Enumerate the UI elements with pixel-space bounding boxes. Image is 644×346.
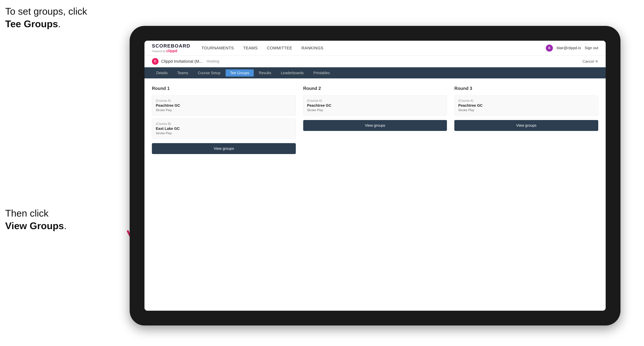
instruction-top: To set groups, click Tee Groups. bbox=[5, 5, 87, 30]
nav-tournaments[interactable]: TOURNAMENTS bbox=[202, 46, 234, 50]
round-1-course-a-card: (Course A) Peachtree GC Stroke Play bbox=[152, 95, 296, 116]
instruction-bottom: Then click View Groups. bbox=[5, 207, 66, 232]
round-1-column: Round 1 (Course A) Peachtree GC Stroke P… bbox=[152, 86, 296, 154]
round-1-course-b-name: East Lake GC bbox=[156, 127, 292, 131]
instruction-bottom-suffix: . bbox=[64, 220, 66, 231]
tab-results[interactable]: Results bbox=[254, 69, 276, 77]
tab-course-setup[interactable]: Course Setup bbox=[193, 69, 225, 77]
tab-teams[interactable]: Teams bbox=[173, 69, 193, 77]
clippd-icon: C bbox=[152, 58, 158, 65]
instruction-top-line1: To set groups, click bbox=[5, 6, 87, 17]
nav-bar: SCOREBOARD Powered by clippd TOURNAMENTS… bbox=[144, 41, 606, 55]
round-1-course-b-card: (Course B) East Lake GC Stroke Play bbox=[152, 119, 296, 139]
tablet-screen: SCOREBOARD Powered by clippd TOURNAMENTS… bbox=[144, 41, 606, 311]
tab-tee-groups[interactable]: Tee Groups bbox=[226, 69, 254, 77]
logo-clippd: clippd bbox=[166, 49, 177, 53]
user-avatar: B bbox=[546, 45, 553, 52]
round-1-course-a-name: Peachtree GC bbox=[156, 103, 292, 108]
tab-bar: Details Teams Course Setup Tee Groups Re… bbox=[144, 67, 606, 78]
nav-committee[interactable]: COMMITTEE bbox=[267, 46, 292, 50]
nav-right: B blair@clippd.io Sign out bbox=[546, 45, 598, 52]
instruction-top-line2-bold: Tee Groups bbox=[5, 18, 58, 29]
view-groups-round-1-button[interactable]: View groups bbox=[152, 143, 296, 154]
nav-teams[interactable]: TEAMS bbox=[243, 46, 258, 50]
round-2-column: Round 2 (Course A) Peachtree GC Stroke P… bbox=[303, 86, 447, 154]
main-content: Round 1 (Course A) Peachtree GC Stroke P… bbox=[144, 78, 606, 311]
tab-printables[interactable]: Printables bbox=[309, 69, 334, 77]
round-2-course-a-card: (Course A) Peachtree GC Stroke Play bbox=[303, 95, 447, 116]
rounds-grid: Round 1 (Course A) Peachtree GC Stroke P… bbox=[152, 86, 598, 154]
round-3-column: Round 3 (Course A) Peachtree GC Stroke P… bbox=[454, 86, 598, 154]
logo-area: SCOREBOARD Powered by clippd bbox=[152, 43, 190, 53]
round-1-course-a-label: (Course A) bbox=[156, 99, 292, 103]
round-1-course-a-format: Stroke Play bbox=[156, 108, 292, 112]
instruction-bottom-line2-bold: View Groups bbox=[5, 220, 64, 231]
round-1-course-b-label: (Course B) bbox=[156, 122, 292, 126]
instruction-top-suffix: . bbox=[58, 18, 60, 29]
round-1-course-b-format: Stroke Play bbox=[156, 132, 292, 135]
view-groups-round-2-button[interactable]: View groups bbox=[303, 120, 447, 131]
cancel-button[interactable]: Cancel ✕ bbox=[582, 59, 598, 64]
user-email: blair@clippd.io bbox=[556, 46, 581, 50]
round-2-course-a-name: Peachtree GC bbox=[307, 103, 443, 108]
logo-text: SCOREBOARD bbox=[152, 43, 190, 49]
nav-rankings[interactable]: RANKINGS bbox=[302, 46, 324, 50]
round-2-course-a-format: Stroke Play bbox=[307, 108, 443, 112]
round-3-course-a-card: (Course A) Peachtree GC Stroke Play bbox=[454, 95, 598, 116]
tablet-device: SCOREBOARD Powered by clippd TOURNAMENTS… bbox=[130, 26, 620, 326]
round-2-title: Round 2 bbox=[303, 86, 447, 91]
instruction-bottom-line1: Then click bbox=[5, 208, 48, 219]
tournament-name: Clippd Invitational (M... bbox=[161, 59, 203, 64]
round-3-course-a-format: Stroke Play bbox=[458, 108, 594, 112]
round-1-title: Round 1 bbox=[152, 86, 296, 91]
logo-sub: Powered by clippd bbox=[152, 49, 190, 53]
hosting-label: Hosting bbox=[207, 59, 219, 63]
round-2-course-a-label: (Course A) bbox=[307, 99, 443, 103]
round-3-course-a-name: Peachtree GC bbox=[458, 103, 594, 108]
tab-leaderboards[interactable]: Leaderboards bbox=[276, 69, 308, 77]
sub-header: C Clippd Invitational (M... Hosting Canc… bbox=[144, 55, 606, 67]
nav-links: TOURNAMENTS TEAMS COMMITTEE RANKINGS bbox=[202, 46, 546, 50]
round-3-course-a-label: (Course A) bbox=[458, 99, 594, 103]
sub-header-title: C Clippd Invitational (M... Hosting bbox=[152, 58, 582, 65]
round-3-title: Round 3 bbox=[454, 86, 598, 91]
view-groups-round-3-button[interactable]: View groups bbox=[454, 120, 598, 131]
tab-details[interactable]: Details bbox=[152, 69, 172, 77]
sign-out-link[interactable]: Sign out bbox=[585, 46, 598, 50]
